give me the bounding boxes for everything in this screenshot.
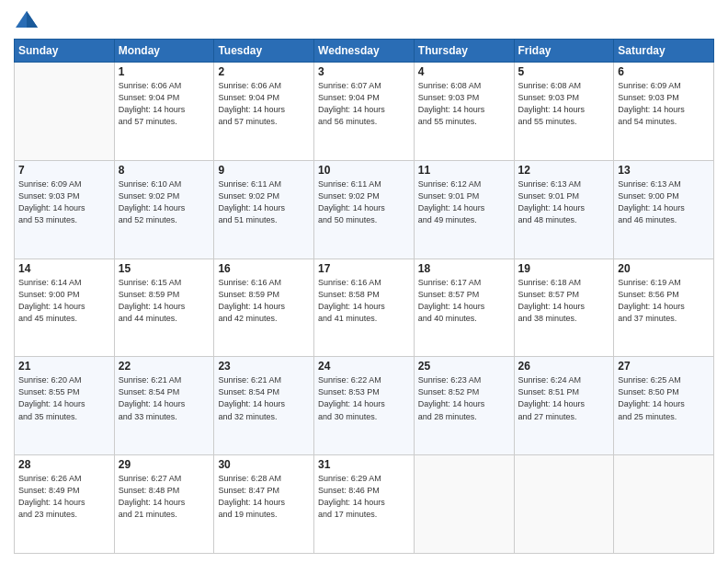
day-number: 6 (618, 65, 710, 78)
calendar-cell: 25Sunrise: 6:23 AM Sunset: 8:52 PM Dayli… (414, 357, 514, 455)
calendar-cell (514, 455, 614, 554)
page: SundayMondayTuesdayWednesdayThursdayFrid… (0, 0, 728, 563)
calendar-row-1: 7Sunrise: 6:09 AM Sunset: 9:03 PM Daylig… (15, 160, 714, 259)
day-number: 17 (318, 262, 410, 275)
column-header-wednesday: Wednesday (314, 40, 415, 63)
day-info: Sunrise: 6:25 AM Sunset: 8:50 PM Dayligh… (618, 374, 710, 422)
calendar-table: SundayMondayTuesdayWednesdayThursdayFrid… (14, 39, 714, 554)
day-info: Sunrise: 6:16 AM Sunset: 8:59 PM Dayligh… (218, 277, 310, 325)
day-info: Sunrise: 6:27 AM Sunset: 8:48 PM Dayligh… (119, 473, 210, 521)
day-info: Sunrise: 6:14 AM Sunset: 9:00 PM Dayligh… (18, 277, 110, 325)
day-number: 19 (518, 262, 610, 275)
calendar-cell: 17Sunrise: 6:16 AM Sunset: 8:58 PM Dayli… (314, 259, 415, 357)
calendar-row-3: 21Sunrise: 6:20 AM Sunset: 8:55 PM Dayli… (15, 357, 714, 455)
day-number: 5 (518, 65, 610, 78)
column-header-monday: Monday (114, 40, 214, 63)
day-number: 8 (119, 164, 210, 177)
day-number: 27 (618, 360, 710, 373)
calendar-row-0: 1Sunrise: 6:06 AM Sunset: 9:04 PM Daylig… (15, 63, 714, 161)
calendar-cell: 2Sunrise: 6:06 AM Sunset: 9:04 PM Daylig… (214, 63, 314, 161)
calendar-cell: 9Sunrise: 6:11 AM Sunset: 9:02 PM Daylig… (214, 160, 314, 259)
calendar-cell: 6Sunrise: 6:09 AM Sunset: 9:03 PM Daylig… (614, 63, 714, 161)
day-number: 31 (318, 458, 410, 471)
calendar-cell: 24Sunrise: 6:22 AM Sunset: 8:53 PM Dayli… (314, 357, 415, 455)
header-row: SundayMondayTuesdayWednesdayThursdayFrid… (15, 40, 714, 63)
day-number: 11 (418, 164, 510, 177)
calendar-cell: 22Sunrise: 6:21 AM Sunset: 8:54 PM Dayli… (114, 357, 214, 455)
column-header-saturday: Saturday (614, 40, 714, 63)
calendar-cell: 12Sunrise: 6:13 AM Sunset: 9:01 PM Dayli… (514, 160, 614, 259)
calendar-cell: 30Sunrise: 6:28 AM Sunset: 8:47 PM Dayli… (214, 455, 314, 554)
day-info: Sunrise: 6:15 AM Sunset: 8:59 PM Dayligh… (119, 277, 210, 325)
logo (14, 9, 43, 31)
day-info: Sunrise: 6:11 AM Sunset: 9:02 PM Dayligh… (318, 178, 410, 226)
day-number: 10 (318, 164, 410, 177)
day-info: Sunrise: 6:07 AM Sunset: 9:04 PM Dayligh… (318, 80, 410, 128)
day-info: Sunrise: 6:16 AM Sunset: 8:58 PM Dayligh… (318, 277, 410, 325)
day-info: Sunrise: 6:20 AM Sunset: 8:55 PM Dayligh… (18, 374, 110, 422)
day-number: 26 (518, 360, 610, 373)
day-info: Sunrise: 6:19 AM Sunset: 8:56 PM Dayligh… (618, 277, 710, 325)
column-header-thursday: Thursday (414, 40, 514, 63)
calendar-cell (414, 455, 514, 554)
calendar-row-4: 28Sunrise: 6:26 AM Sunset: 8:49 PM Dayli… (15, 455, 714, 554)
calendar-body: 1Sunrise: 6:06 AM Sunset: 9:04 PM Daylig… (15, 63, 714, 554)
calendar-header: SundayMondayTuesdayWednesdayThursdayFrid… (15, 40, 714, 63)
day-number: 20 (618, 262, 710, 275)
day-info: Sunrise: 6:29 AM Sunset: 8:46 PM Dayligh… (318, 473, 410, 521)
calendar-cell: 28Sunrise: 6:26 AM Sunset: 8:49 PM Dayli… (15, 455, 115, 554)
logo-icon (14, 9, 40, 31)
day-info: Sunrise: 6:06 AM Sunset: 9:04 PM Dayligh… (218, 80, 310, 128)
svg-marker-1 (27, 11, 38, 28)
day-number: 7 (18, 164, 110, 177)
day-number: 15 (119, 262, 210, 275)
day-number: 14 (18, 262, 110, 275)
day-number: 1 (119, 65, 210, 78)
column-header-tuesday: Tuesday (214, 40, 314, 63)
day-info: Sunrise: 6:21 AM Sunset: 8:54 PM Dayligh… (218, 374, 310, 422)
day-info: Sunrise: 6:06 AM Sunset: 9:04 PM Dayligh… (119, 80, 210, 128)
day-info: Sunrise: 6:12 AM Sunset: 9:01 PM Dayligh… (418, 178, 510, 226)
calendar-cell: 26Sunrise: 6:24 AM Sunset: 8:51 PM Dayli… (514, 357, 614, 455)
day-info: Sunrise: 6:18 AM Sunset: 8:57 PM Dayligh… (518, 277, 610, 325)
calendar-cell: 3Sunrise: 6:07 AM Sunset: 9:04 PM Daylig… (314, 63, 415, 161)
day-info: Sunrise: 6:21 AM Sunset: 8:54 PM Dayligh… (119, 374, 210, 422)
day-number: 12 (518, 164, 610, 177)
day-info: Sunrise: 6:09 AM Sunset: 9:03 PM Dayligh… (618, 80, 710, 128)
calendar-cell: 14Sunrise: 6:14 AM Sunset: 9:00 PM Dayli… (15, 259, 115, 357)
day-number: 4 (418, 65, 510, 78)
day-info: Sunrise: 6:11 AM Sunset: 9:02 PM Dayligh… (218, 178, 310, 226)
column-header-sunday: Sunday (15, 40, 115, 63)
calendar-cell: 16Sunrise: 6:16 AM Sunset: 8:59 PM Dayli… (214, 259, 314, 357)
day-info: Sunrise: 6:13 AM Sunset: 9:00 PM Dayligh… (618, 178, 710, 226)
calendar-cell: 11Sunrise: 6:12 AM Sunset: 9:01 PM Dayli… (414, 160, 514, 259)
day-number: 16 (218, 262, 310, 275)
calendar-cell: 5Sunrise: 6:08 AM Sunset: 9:03 PM Daylig… (514, 63, 614, 161)
calendar-cell: 27Sunrise: 6:25 AM Sunset: 8:50 PM Dayli… (614, 357, 714, 455)
calendar-cell: 19Sunrise: 6:18 AM Sunset: 8:57 PM Dayli… (514, 259, 614, 357)
calendar-row-2: 14Sunrise: 6:14 AM Sunset: 9:00 PM Dayli… (15, 259, 714, 357)
day-info: Sunrise: 6:24 AM Sunset: 8:51 PM Dayligh… (518, 374, 610, 422)
day-number: 13 (618, 164, 710, 177)
calendar-cell: 13Sunrise: 6:13 AM Sunset: 9:00 PM Dayli… (614, 160, 714, 259)
calendar-cell: 20Sunrise: 6:19 AM Sunset: 8:56 PM Dayli… (614, 259, 714, 357)
column-header-friday: Friday (514, 40, 614, 63)
calendar-cell: 7Sunrise: 6:09 AM Sunset: 9:03 PM Daylig… (15, 160, 115, 259)
day-info: Sunrise: 6:23 AM Sunset: 8:52 PM Dayligh… (418, 374, 510, 422)
calendar-cell: 15Sunrise: 6:15 AM Sunset: 8:59 PM Dayli… (114, 259, 214, 357)
header (14, 9, 714, 31)
day-number: 23 (218, 360, 310, 373)
day-number: 29 (119, 458, 210, 471)
day-info: Sunrise: 6:26 AM Sunset: 8:49 PM Dayligh… (18, 473, 110, 521)
day-info: Sunrise: 6:09 AM Sunset: 9:03 PM Dayligh… (18, 178, 110, 226)
calendar-cell: 8Sunrise: 6:10 AM Sunset: 9:02 PM Daylig… (114, 160, 214, 259)
day-number: 25 (418, 360, 510, 373)
day-info: Sunrise: 6:17 AM Sunset: 8:57 PM Dayligh… (418, 277, 510, 325)
day-number: 24 (318, 360, 410, 373)
day-info: Sunrise: 6:10 AM Sunset: 9:02 PM Dayligh… (119, 178, 210, 226)
calendar-cell: 10Sunrise: 6:11 AM Sunset: 9:02 PM Dayli… (314, 160, 415, 259)
day-info: Sunrise: 6:13 AM Sunset: 9:01 PM Dayligh… (518, 178, 610, 226)
day-info: Sunrise: 6:22 AM Sunset: 8:53 PM Dayligh… (318, 374, 410, 422)
day-number: 30 (218, 458, 310, 471)
calendar-cell: 21Sunrise: 6:20 AM Sunset: 8:55 PM Dayli… (15, 357, 115, 455)
